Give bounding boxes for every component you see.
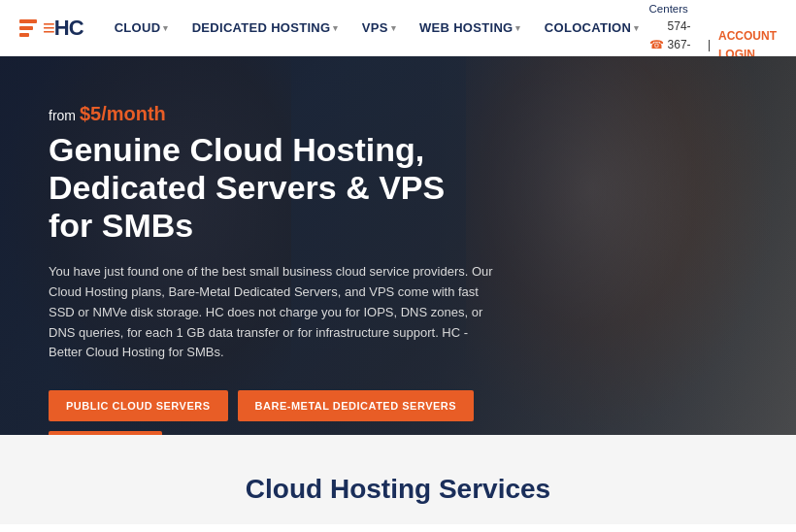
nav-item-cloud[interactable]: CLOUD ▾ [105, 15, 179, 41]
datacenters-link[interactable]: Data Centers [649, 0, 757, 15]
nav-item-dedicated[interactable]: DEDICATED HOSTING ▾ [182, 15, 348, 41]
main-nav: CLOUD ▾ DEDICATED HOSTING ▾ VPS ▾ WEB HO… [105, 15, 649, 41]
hero-description: You have just found one of the best smal… [49, 262, 495, 363]
hero-content: from $5/month Genuine Cloud Hosting, Ded… [0, 56, 544, 435]
chevron-down-icon: ▾ [391, 23, 396, 33]
nav-item-webhosting[interactable]: WEB HOSTING ▾ [410, 15, 531, 41]
nav-item-vps[interactable]: VPS ▾ [352, 15, 406, 41]
logo-icon [19, 19, 37, 37]
top-nav: ≡HC CLOUD ▾ DEDICATED HOSTING ▾ VPS ▾ WE… [0, 0, 796, 56]
logo[interactable]: ≡HC [19, 16, 83, 41]
bare-metal-dedicated-button[interactable]: BARE-METAL DEDICATED SERVERS [238, 390, 475, 421]
hero-price: $5/month [80, 103, 166, 124]
logo-text: ≡HC [43, 16, 83, 41]
hero-section: from $5/month Genuine Cloud Hosting, Ded… [0, 56, 796, 435]
hero-buttons: PUBLIC CLOUD SERVERS BARE-METAL DEDICATE… [49, 390, 495, 435]
top-links: News | Blog | Data Centers [649, 0, 777, 17]
chevron-down-icon: ▾ [163, 23, 168, 33]
hero-from-text: from $5/month [49, 103, 495, 125]
phone-icon: ☎ [649, 36, 664, 54]
chevron-down-icon: ▾ [333, 23, 338, 33]
chevron-down-icon: ▾ [515, 23, 520, 33]
public-cloud-servers-button[interactable]: PUBLIC CLOUD SERVERS [49, 390, 228, 421]
hero-title: Genuine Cloud Hosting, Dedicated Servers… [49, 131, 495, 245]
nav-item-colocation[interactable]: COLOCATION ▾ [535, 15, 649, 41]
bottom-section: Cloud Hosting Services [0, 435, 796, 524]
chevron-down-icon: ▾ [634, 23, 639, 33]
vps-hosting-button[interactable]: VPS HOSTING [49, 431, 162, 435]
bottom-section-title: Cloud Hosting Services [19, 474, 777, 505]
